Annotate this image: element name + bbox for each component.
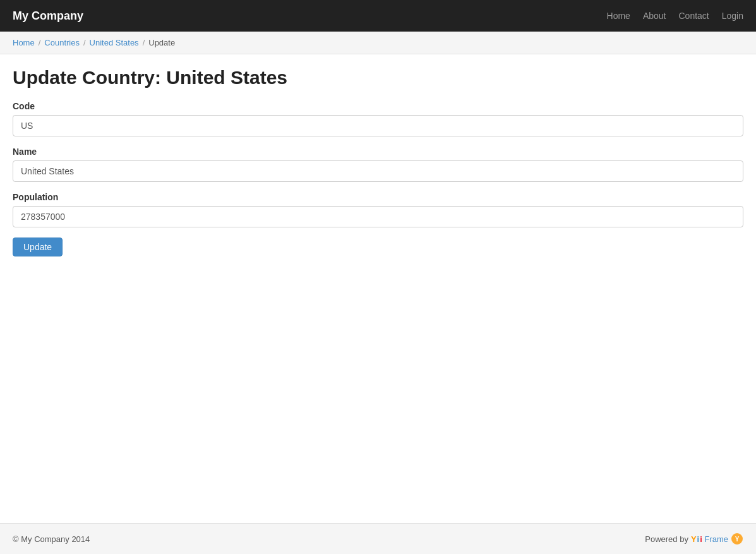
breadcrumb: Home / Countries / United States / Updat… [13,38,743,47]
breadcrumb-active-label: Update [148,38,175,47]
nav-item-contact: Contact [678,11,709,21]
nav-item-home: Home [607,11,630,21]
breadcrumb-item-countries: Countries [44,38,80,47]
nav-link-about[interactable]: About [643,11,666,21]
nav-link-login[interactable]: Login [722,11,743,21]
main-content: Update Country: United States Code Name … [0,54,756,523]
yii-link[interactable]: Yii Frame [691,534,728,544]
svg-text:Y: Y [735,536,740,543]
nav-item-about: About [643,11,666,21]
yii-logo-i2: i [700,534,702,544]
population-input[interactable] [13,206,743,227]
navbar-nav: Home About Contact Login [607,11,743,21]
footer: © My Company 2014 Powered by Yii Frame Y [0,523,756,554]
footer-powered-text: Powered by [645,534,688,544]
navbar: My Company Home About Contact Login [0,0,756,32]
page-title: Update Country: United States [13,67,743,88]
name-label: Name [13,147,743,157]
breadcrumb-separator-3: / [143,38,145,47]
breadcrumb-item-home: Home [13,38,35,47]
code-input[interactable] [13,115,743,136]
breadcrumb-link-countries[interactable]: Countries [44,38,80,47]
yii-logo-i1: i [697,534,700,544]
navbar-brand[interactable]: My Company [13,9,83,23]
population-field-group: Population [13,192,743,227]
breadcrumb-item-united-states: United States [90,38,139,47]
footer-powered: Powered by Yii Frame Y [645,533,743,545]
nav-link-home[interactable]: Home [607,11,630,21]
code-field-group: Code [13,101,743,136]
yii-icon: Y [731,533,743,545]
name-field-group: Name [13,147,743,182]
nav-item-login: Login [722,11,743,21]
update-button[interactable]: Update [13,238,63,256]
update-country-form: Code Name Population Update [13,101,743,256]
population-label: Population [13,192,743,202]
nav-link-contact[interactable]: Contact [678,11,709,21]
breadcrumb-link-home[interactable]: Home [13,38,35,47]
breadcrumb-separator-2: / [83,38,86,47]
breadcrumb-separator-1: / [39,38,41,47]
code-label: Code [13,101,743,111]
breadcrumb-bar: Home / Countries / United States / Updat… [0,32,756,54]
name-input[interactable] [13,160,743,182]
breadcrumb-item-update: Update [148,38,175,47]
yii-logo-y: Y [691,534,697,544]
yii-logo: Yii [691,534,702,544]
yii-frame-text: Frame [704,534,728,544]
breadcrumb-link-united-states[interactable]: United States [90,38,139,47]
footer-copyright: © My Company 2014 [13,534,90,544]
